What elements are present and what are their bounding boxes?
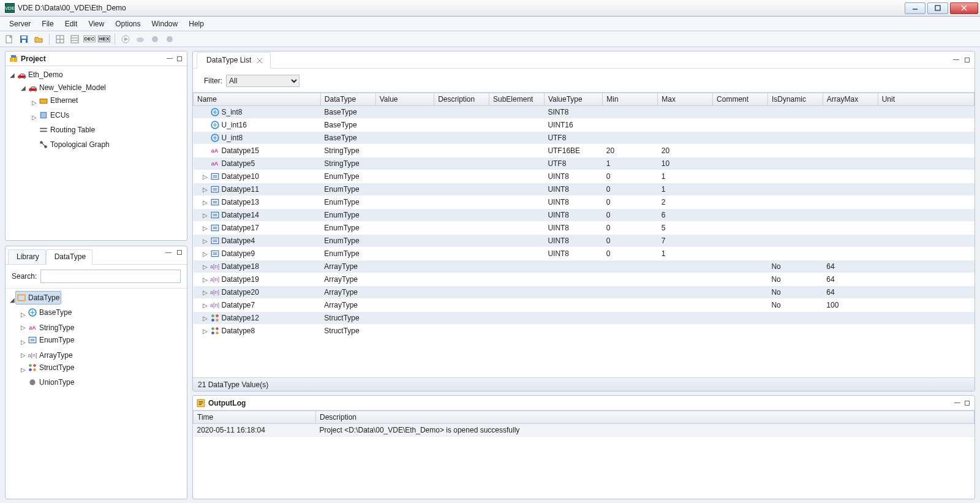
minimize-button[interactable] [905,2,925,14]
arraytype-icon: a[n] [211,262,219,271]
filter-select[interactable]: All [226,75,300,87]
window-title: VDE D:\Data\00_VDE\Eth_Demo [18,4,126,12]
pane-minimize-icon[interactable] [165,249,172,256]
tab-datatype[interactable]: DataType [46,249,92,265]
maximize-button[interactable] [927,2,948,14]
datatype-uniontype[interactable]: UnionType [26,376,76,388]
toolbar-cloud-button[interactable] [134,32,147,46]
col-name[interactable]: Name [194,93,321,106]
datatype-enumtype[interactable]: EnumType [26,334,76,346]
project-ecus[interactable]: ECUs [37,109,71,121]
row-name: Datatype7 [222,301,255,309]
row-name: Datatype9 [222,249,255,258]
toolbar-grid1-button[interactable] [53,32,67,46]
enumtype-icon [211,185,219,194]
row-name: Datatype11 [222,185,259,194]
menu-file[interactable]: File [36,18,59,30]
toolbar-grid2-button[interactable] [68,32,81,46]
pane-maximize-icon[interactable] [176,55,183,62]
table-row[interactable]: ▷Datatype14EnumTypeUINT806 [194,209,974,222]
toolbar-dec-button[interactable]: DEC [83,32,96,46]
project-routing[interactable]: Routing Table [37,124,97,136]
uniontype-icon [28,378,37,387]
enumtype-icon [211,249,219,258]
toolbar-circle2-button[interactable] [163,32,176,46]
svg-point-79 [211,314,214,317]
table-row[interactable]: ▷Datatype9EnumTypeUINT801 [194,248,974,260]
ethernet-icon [39,96,48,105]
col-comment[interactable]: Comment [713,93,768,106]
col-value[interactable]: Value [375,93,434,106]
menu-server[interactable]: Server [4,18,36,30]
table-row[interactable]: U_int8BaseTypeUTF8 [194,132,974,145]
table-row[interactable]: ▷Datatype11EnumTypeUINT801 [194,183,974,196]
table-row[interactable]: ▷a[n]Datatype20ArrayTypeNo64 [194,286,974,299]
toolbar-play-button[interactable] [119,32,132,46]
close-tab-icon[interactable] [257,57,263,63]
datatype-basetype[interactable]: BaseType [26,306,74,319]
col-datatype[interactable]: DataType [320,93,375,106]
toolbar-hex-button[interactable]: HEX [97,32,111,46]
row-name: Datatype12 [222,314,259,322]
table-row[interactable]: aADatatype15StringTypeUTF16BE2020 [194,145,974,157]
menu-help[interactable]: Help [183,18,209,30]
menu-window[interactable]: Window [146,18,184,30]
col-min[interactable]: Min [603,93,658,106]
col-description[interactable]: Description [434,93,489,106]
table-row[interactable]: ▷Datatype13EnumTypeUINT802 [194,196,974,209]
project-root[interactable]: 🚗 Eth_Demo [15,69,65,81]
datatype-root[interactable]: DataType [15,291,61,304]
table-row[interactable]: ▷a[n]Datatype7ArrayTypeNo100 [194,299,974,312]
project-topograph[interactable]: Topological Graph [37,138,111,151]
menu-edit[interactable]: Edit [59,18,83,30]
svg-rect-67 [211,212,219,217]
table-row[interactable]: ▷Datatype8StructType [194,325,974,338]
datatype-stringtype[interactable]: aA StringType [26,322,76,334]
toolbar-circle1-button[interactable] [148,32,162,46]
arraytype-icon: a[n] [211,301,219,309]
toolbar-new-button[interactable] [2,32,16,46]
col-subelement[interactable]: SubElement [489,93,545,106]
table-row[interactable]: U_int16BaseTypeUINT16 [194,119,974,132]
datatype-arraytype[interactable]: a[n] ArrayType [26,349,75,361]
table-row[interactable]: ▷Datatype10EnumTypeUINT801 [194,170,974,183]
pane-minimize-icon[interactable] [952,56,960,64]
project-pane-icon [9,55,18,63]
col-max[interactable]: Max [658,93,713,106]
col-valuetype[interactable]: ValueType [544,93,602,106]
pane-maximize-icon[interactable] [963,56,971,64]
svg-rect-70 [211,225,219,230]
table-row[interactable]: ▷Datatype17EnumTypeUINT805 [194,222,974,235]
pane-minimize-icon[interactable] [954,399,961,407]
table-row[interactable]: ▷Datatype12StructType [194,312,974,325]
pane-minimize-icon[interactable] [166,55,173,62]
log-col-description[interactable]: Description [316,411,974,424]
search-input[interactable] [40,270,181,283]
toolbar-open-button[interactable] [32,32,45,46]
pane-maximize-icon[interactable] [963,399,971,407]
menu-options[interactable]: Options [110,18,146,30]
tab-library[interactable]: Library [8,249,46,265]
row-name: U_int8 [222,134,243,142]
close-button[interactable] [950,2,978,14]
table-row[interactable]: aADatatype5StringTypeUTF8110 [194,157,974,170]
datatype-structtype[interactable]: StructType [26,361,76,374]
col-unit[interactable]: Unit [878,93,974,106]
log-col-time[interactable]: Time [194,411,316,424]
project-ethernet[interactable]: Ethernet [37,94,80,107]
svg-rect-58 [211,173,219,179]
app-icon: VDE [5,3,15,13]
table-row[interactable]: S_int8BaseTypeSINT8 [194,106,974,119]
col-arraymax[interactable]: ArrayMax [823,93,878,106]
col-isdynamic[interactable]: IsDynamic [767,93,823,106]
log-row[interactable]: 2020-05-11 16:18:04Project <D:\Data\00_V… [194,424,974,437]
tab-datatype-list[interactable]: DataType List [197,52,271,69]
menu-view[interactable]: View [83,18,110,30]
toolbar-save-button[interactable] [17,32,31,46]
pane-maximize-icon[interactable] [176,249,183,256]
table-row[interactable]: ▷a[n]Datatype19ArrayTypeNo64 [194,273,974,286]
svg-point-44 [33,368,36,371]
table-row[interactable]: ▷Datatype4EnumTypeUINT807 [194,235,974,248]
table-row[interactable]: ▷a[n]Datatype18ArrayTypeNo64 [194,260,974,273]
project-model[interactable]: 🚗 New_Vehicle_Model [26,81,108,94]
